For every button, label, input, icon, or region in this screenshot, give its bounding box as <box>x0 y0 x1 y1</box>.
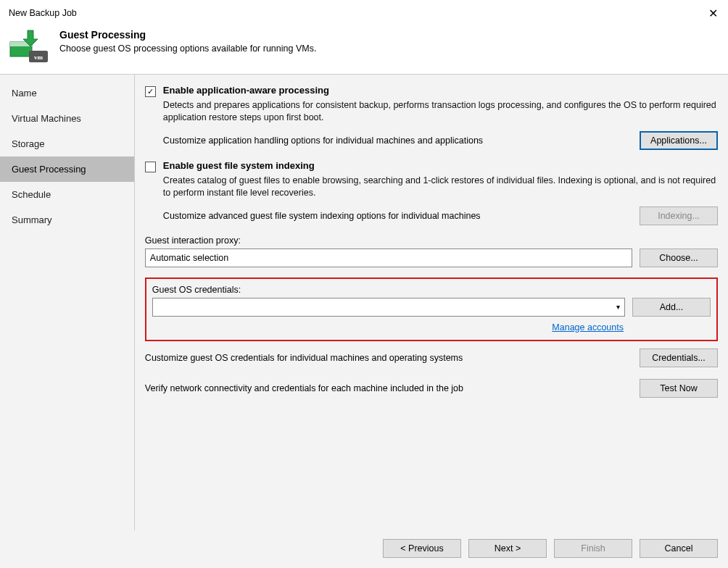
customize-credentials-text: Customize guest OS credentials for indiv… <box>145 353 632 363</box>
page-subtitle: Choose guest OS processing options avail… <box>59 43 316 54</box>
verify-text: Verify network connectivity and credenti… <box>145 383 632 393</box>
manage-accounts-link[interactable]: Manage accounts <box>552 322 624 333</box>
label-indexing: Enable guest file system indexing <box>163 160 315 171</box>
proxy-value: Automatic selection <box>150 253 228 263</box>
wizard-footer: < Previous Next > Finish Cancel <box>0 530 728 568</box>
nav-summary[interactable]: Summary <box>0 207 134 233</box>
chevron-down-icon: ▾ <box>616 303 620 311</box>
proxy-label: Guest interaction proxy: <box>145 235 718 246</box>
finish-button: Finish <box>554 539 632 558</box>
section-proxy: Guest interaction proxy: Automatic selec… <box>145 235 718 267</box>
customize-credentials-row: Customize guest OS credentials for indiv… <box>145 348 718 367</box>
close-icon[interactable]: ✕ <box>706 7 721 20</box>
indexing-button: Indexing... <box>640 206 718 225</box>
section-indexing: Enable guest file system indexing Create… <box>145 160 718 225</box>
nav-name[interactable]: Name <box>0 80 134 106</box>
credentials-button[interactable]: Credentials... <box>640 348 718 367</box>
wizard-header: vm Guest Processing Choose guest OS proc… <box>0 22 728 74</box>
credentials-combo[interactable]: ▾ <box>152 298 625 317</box>
svg-text:vm: vm <box>34 54 44 61</box>
content-area: ✓ Enable application-aware processing De… <box>135 75 728 530</box>
nav-guest-processing[interactable]: Guest Processing <box>0 156 134 182</box>
backup-vm-icon: vm <box>9 29 49 64</box>
next-button[interactable]: Next > <box>468 539 547 558</box>
desc-indexing: Creates catalog of guest files to enable… <box>163 175 718 199</box>
window-title: New Backup Job <box>9 8 77 18</box>
page-title: Guest Processing <box>59 29 316 41</box>
titlebar: New Backup Job ✕ <box>0 0 728 22</box>
label-app-aware: Enable application-aware processing <box>163 85 329 96</box>
checkbox-indexing[interactable] <box>145 162 156 172</box>
section-app-aware: ✓ Enable application-aware processing De… <box>145 85 718 150</box>
customize-indexing-text: Customize advanced guest file system ind… <box>163 211 632 221</box>
applications-button[interactable]: Applications... <box>640 131 718 150</box>
credentials-highlight: Guest OS credentials: ▾ Add... Manage ac… <box>145 277 718 341</box>
add-credentials-button[interactable]: Add... <box>632 298 711 317</box>
desc-app-aware: Detects and prepares applications for co… <box>163 99 718 124</box>
customize-app-aware-text: Customize application handling options f… <box>163 135 632 146</box>
wizard-sidebar: Name Virtual Machines Storage Guest Proc… <box>0 75 135 530</box>
nav-virtual-machines[interactable]: Virtual Machines <box>0 106 134 131</box>
cancel-button[interactable]: Cancel <box>640 539 718 558</box>
verify-row: Verify network connectivity and credenti… <box>145 379 718 398</box>
proxy-input[interactable]: Automatic selection <box>145 248 632 267</box>
checkbox-app-aware[interactable]: ✓ <box>145 86 156 97</box>
credentials-label: Guest OS credentials: <box>152 285 711 295</box>
choose-proxy-button[interactable]: Choose... <box>640 248 718 267</box>
nav-storage[interactable]: Storage <box>0 131 134 156</box>
previous-button[interactable]: < Previous <box>383 539 461 558</box>
test-now-button[interactable]: Test Now <box>640 379 718 398</box>
nav-schedule[interactable]: Schedule <box>0 182 134 207</box>
